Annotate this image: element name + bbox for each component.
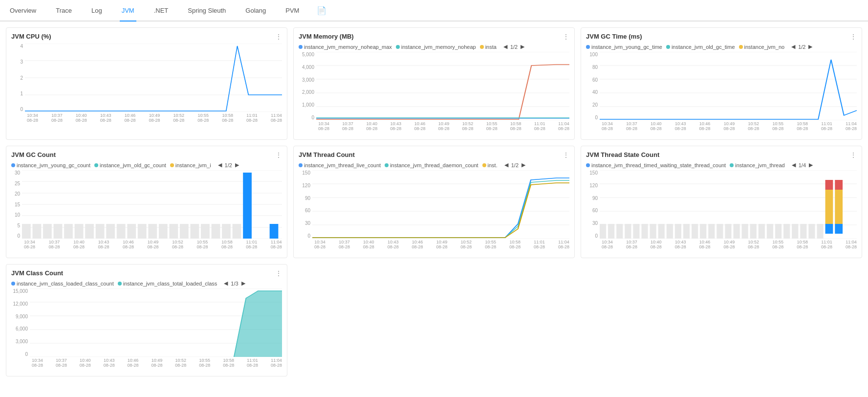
jvm-gc-count-inner: 30 25 20 15 10 5 0 [11,170,282,239]
nav-item-overview[interactable]: Overview [8,0,38,22]
jvm-class-count-header: JVM Class Count ⋮ [11,269,282,277]
jvm-class-count-x-labels: 10:3408-28 10:3708-28 10:4008-28 10:4308… [11,358,282,368]
jvm-memory-menu-icon[interactable]: ⋮ [563,33,569,41]
nav-item-net[interactable]: .NET [152,0,171,22]
svg-rect-85 [817,224,823,239]
jvm-cpu-header: JVM CPU (%) ⋮ [11,33,282,41]
jvm-class-count-inner: 15,000 12,000 9,000 6,000 3,000 0 [11,288,282,357]
nav-item-pvm[interactable]: PVM [283,0,301,22]
jvm-thread-state-legend: instance_jvm_thread_timed_waiting_state_… [586,162,857,168]
nav-item-jvm[interactable]: JVM [120,0,136,22]
jvm-thread-state-inner: 150 120 90 60 30 0 [586,170,857,239]
dashboard: JVM CPU (%) ⋮ 4 3 2 1 0 [0,22,868,382]
svg-rect-62 [625,224,631,239]
jvm-thread-count-title: JVM Thread Count [299,151,355,158]
thread-state-next-btn[interactable]: ▶ [808,162,814,168]
legend-dot-noheap-max [299,45,303,49]
jvm-cpu-menu-icon[interactable]: ⋮ [275,33,282,41]
svg-rect-63 [633,224,639,239]
thread-count-next-btn[interactable]: ▶ [521,162,526,168]
legend-dot-gc-no [739,45,743,49]
jvm-gc-time-menu-icon[interactable]: ⋮ [850,33,857,41]
svg-rect-43 [222,224,231,239]
legend-dot-young-count [11,163,15,167]
nav-label-overview: Overview [10,7,36,14]
jvm-thread-state-header: JVM Thread State Count ⋮ [586,151,857,159]
jvm-gc-count-svg [22,170,282,239]
doc-icon[interactable]: 📄 [317,6,326,15]
svg-rect-79 [767,224,773,239]
jvm-thread-count-chart: JVM Thread Count ⋮ instance_jvm_thread_l… [293,146,575,258]
jvm-cpu-svg [25,44,282,112]
nav-item-log[interactable]: Log [89,0,104,22]
svg-rect-64 [641,224,648,239]
jvm-gc-count-menu-icon[interactable]: ⋮ [275,151,282,159]
svg-rect-67 [667,224,673,239]
memory-prev-btn[interactable]: ◀ [502,44,508,50]
jvm-memory-header: JVM Memory (MB) ⋮ [299,33,569,41]
svg-rect-46 [270,224,279,239]
gc-time-next-btn[interactable]: ▶ [807,44,813,50]
svg-rect-40 [191,224,199,239]
thread-count-prev-btn[interactable]: ◀ [503,162,509,168]
svg-rect-33 [117,224,126,239]
svg-rect-87 [825,190,833,224]
jvm-class-count-svg [30,288,282,357]
svg-rect-66 [658,224,665,239]
jvm-gc-count-plot [22,170,282,239]
svg-rect-28 [64,224,73,239]
legend-dot-total-loaded-class [118,282,122,286]
jvm-thread-state-y-labels: 150 120 90 60 30 0 [586,170,600,239]
svg-rect-78 [759,224,765,239]
jvm-cpu-plot [25,44,282,112]
nav-bar: Overview Trace Log JVM .NET Spring Sleut… [0,0,868,22]
jvm-class-count-chart: JVM Class Count ⋮ instance_jvm_class_loa… [6,264,287,376]
jvm-class-count-menu-icon[interactable]: ⋮ [275,269,282,277]
svg-rect-74 [725,224,731,239]
svg-rect-30 [85,224,94,239]
gc-count-next-btn[interactable]: ▶ [234,162,240,168]
svg-rect-38 [169,224,178,239]
jvm-gc-time-y-labels: 100 80 60 40 20 0 [586,52,600,120]
svg-rect-24 [22,224,31,239]
jvm-cpu-title: JVM CPU (%) [11,33,51,40]
thread-state-prev-btn[interactable]: ◀ [791,162,797,168]
svg-rect-32 [106,224,115,239]
jvm-memory-plot [316,52,569,120]
nav-label-jvm: JVM [122,7,134,14]
class-count-pagination: ◀ 1/3 ▶ [223,280,246,287]
memory-next-btn[interactable]: ▶ [520,44,525,50]
jvm-gc-time-header: JVM GC Time (ms) ⋮ [586,33,857,41]
nav-label-trace: Trace [56,7,72,14]
svg-rect-75 [734,224,740,239]
jvm-class-count-plot [30,288,282,357]
jvm-cpu-chart: JVM CPU (%) ⋮ 4 3 2 1 0 [6,27,287,140]
jvm-thread-state-menu-icon[interactable]: ⋮ [850,151,857,159]
legend-dot-thread-daemon [385,163,389,167]
gc-time-prev-btn[interactable]: ◀ [790,44,796,50]
nav-item-trace[interactable]: Trace [54,0,74,22]
jvm-gc-count-header: JVM GC Count ⋮ [11,151,282,159]
jvm-gc-count-y-labels: 30 25 20 15 10 5 0 [11,170,22,239]
svg-rect-90 [835,190,843,224]
gc-count-pagination: ◀ 1/2 ▶ [217,162,240,168]
nav-item-spring-sleuth[interactable]: Spring Sleuth [186,0,228,22]
jvm-memory-title: JVM Memory (MB) [299,33,354,40]
jvm-gc-time-svg [600,52,857,120]
svg-rect-72 [708,224,715,239]
jvm-memory-inner: 5,000 4,000 3,000 2,000 1,000 0 [299,52,569,120]
nav-label-log: Log [91,7,102,14]
nav-item-golang[interactable]: Golang [243,0,268,22]
gc-count-prev-btn[interactable]: ◀ [217,162,223,168]
jvm-cpu-inner: 4 3 2 1 0 [11,44,282,112]
jvm-thread-state-plot [600,170,857,239]
legend-dot-noheap [396,45,400,49]
jvm-thread-state-svg [600,170,857,239]
jvm-class-count-title: JVM Class Count [11,269,63,277]
jvm-gc-count-legend: instance_jvm_young_gc_count instance_jvm… [11,162,282,168]
svg-rect-89 [835,224,843,234]
jvm-thread-count-menu-icon[interactable]: ⋮ [563,151,569,159]
svg-rect-44 [233,224,241,239]
class-count-prev-btn[interactable]: ◀ [223,280,229,287]
class-count-next-btn[interactable]: ▶ [240,280,246,287]
